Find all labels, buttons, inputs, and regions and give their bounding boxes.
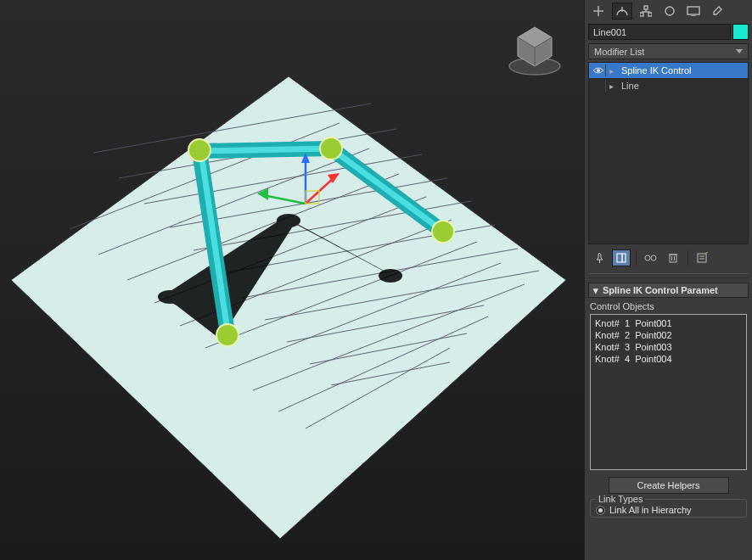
modifier-list-label: Modifier List [594, 47, 644, 57]
svg-rect-58 [648, 13, 652, 16]
tab-display[interactable] [683, 3, 704, 20]
svg-point-35 [188, 139, 210, 161]
configure-modifier-sets-button[interactable] [693, 249, 712, 266]
list-item[interactable]: Knot# 4 Point004 [595, 353, 742, 365]
list-item[interactable]: Knot# 2 Point002 [595, 329, 742, 341]
modifier-label: Spline IK Control [621, 65, 692, 76]
create-helpers-button[interactable]: Create Helpers [609, 477, 729, 494]
eye-icon[interactable] [591, 64, 606, 76]
remove-modifier-button[interactable] [664, 249, 682, 266]
svg-rect-65 [622, 254, 626, 262]
radio-icon [596, 506, 605, 515]
modifier-line[interactable]: ▸ Line [589, 78, 748, 93]
svg-point-66 [645, 255, 650, 260]
modifier-spline-ik-control[interactable]: ▸ Spline IK Control [589, 63, 748, 78]
chevron-down-icon [736, 49, 743, 53]
view-cube[interactable] [502, 17, 567, 81]
link-types-title: Link Types [596, 494, 645, 504]
make-unique-button[interactable] [642, 249, 660, 266]
panel-tabs [585, 0, 752, 22]
modifier-list-dropdown[interactable]: Modifier List [588, 43, 749, 59]
svg-rect-57 [640, 13, 643, 16]
show-end-result-button[interactable] [612, 249, 631, 266]
eye-icon-empty [591, 80, 606, 92]
link-types-group: Link Types Link All in Hierarchy [590, 499, 747, 518]
radio-label: Link All in Hierarchy [609, 505, 692, 515]
svg-rect-60 [687, 7, 699, 14]
tab-modify[interactable] [612, 3, 632, 20]
viewport-scene [8, 76, 569, 543]
pin-stack-button[interactable] [590, 249, 609, 266]
svg-point-37 [432, 221, 454, 243]
svg-point-34 [216, 324, 239, 346]
tab-hierarchy[interactable] [636, 3, 656, 20]
tab-create[interactable] [588, 3, 609, 20]
list-item[interactable]: Knot# 3 Point003 [595, 341, 742, 353]
svg-point-24 [379, 269, 402, 283]
object-color-swatch[interactable] [732, 24, 749, 40]
modifier-stack-tools [585, 244, 752, 272]
control-objects-list[interactable]: Knot# 1 Point001 Knot# 2 Point002 Knot# … [590, 314, 747, 470]
svg-rect-64 [617, 254, 622, 262]
svg-line-32 [201, 148, 329, 151]
command-panel: Modifier List ▸ Spline IK Control ▸ Line [584, 0, 752, 560]
rollout-spline-ik-control[interactable]: ▾ Spline IK Control Paramet [588, 283, 749, 298]
tab-utilities[interactable] [707, 3, 727, 20]
svg-rect-68 [670, 255, 676, 262]
list-item[interactable]: Knot# 1 Point001 [595, 317, 742, 329]
rollout-body: Control Objects Knot# 1 Point001 Knot# 2… [590, 301, 747, 499]
control-objects-label: Control Objects [590, 301, 747, 311]
tab-motion[interactable] [659, 3, 680, 20]
expand-caret-icon[interactable]: ▸ [609, 66, 618, 76]
svg-rect-72 [698, 254, 706, 262]
svg-point-36 [320, 137, 342, 160]
modifier-label: Line [621, 81, 639, 91]
svg-point-62 [597, 69, 600, 72]
object-name-field[interactable] [588, 24, 731, 40]
modifier-stack[interactable]: ▸ Spline IK Control ▸ Line [588, 62, 749, 244]
svg-rect-54 [644, 6, 648, 9]
radio-link-all-in-hierarchy[interactable]: Link All in Hierarchy [596, 503, 741, 517]
rollout-title: Spline IK Control Paramet [603, 285, 718, 295]
expand-caret-icon[interactable]: ▸ [609, 81, 618, 91]
svg-point-59 [665, 7, 674, 15]
viewport-3d[interactable] [0, 0, 584, 560]
svg-point-67 [651, 255, 656, 260]
rollout-collapse-icon: ▾ [593, 285, 598, 296]
